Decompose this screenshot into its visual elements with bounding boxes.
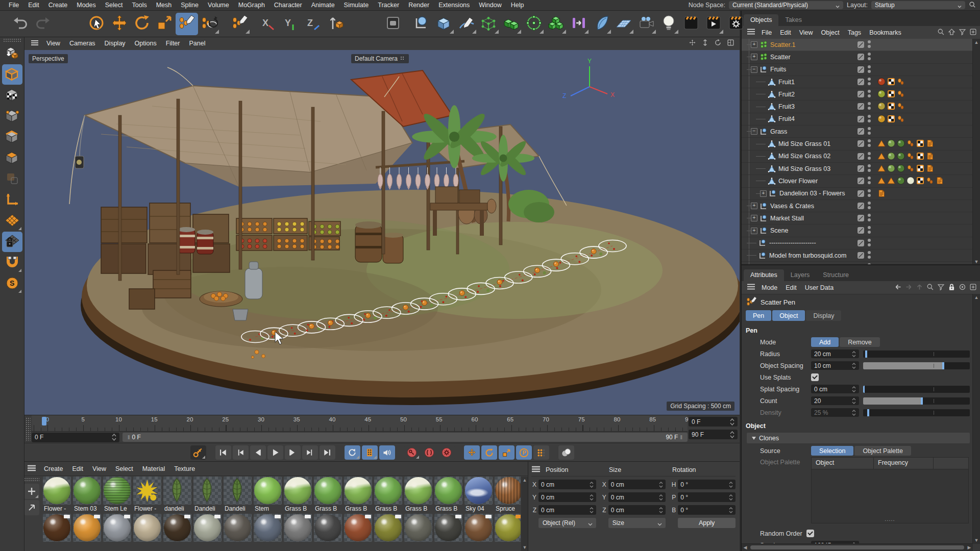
create-primitive[interactable] (433, 13, 455, 35)
material-item[interactable] (284, 514, 312, 542)
back-icon[interactable] (894, 283, 902, 292)
create-volume[interactable] (545, 13, 568, 35)
om-menu-object[interactable]: Object (817, 28, 844, 38)
spinner-icon[interactable] (852, 350, 856, 358)
layer-toggle-icon[interactable] (857, 227, 865, 236)
redo-button[interactable] (32, 13, 54, 35)
viewport-menu-panel[interactable]: Panel (184, 38, 210, 48)
layer-toggle-icon[interactable] (857, 165, 865, 174)
coord-value-field[interactable]: 0 cm (608, 480, 666, 489)
view-pan-icon[interactable] (689, 39, 696, 48)
param-value-field[interactable]: 20 (811, 396, 859, 405)
layer-toggle-icon[interactable] (857, 128, 865, 137)
spinner-icon[interactable] (590, 507, 594, 514)
material-menu-edit[interactable]: Edit (68, 464, 88, 474)
goto-end[interactable] (320, 445, 335, 460)
object-palette-table[interactable]: ObjectFrequency ..... (811, 457, 969, 523)
om-menu-tags[interactable]: Tags (844, 28, 865, 38)
phong-tag-icon[interactable] (897, 78, 905, 86)
expander-icon[interactable]: + (751, 228, 757, 234)
coord-mode-dropdown[interactable]: Size (608, 518, 666, 528)
record-keyframe[interactable] (404, 445, 420, 460)
material-item[interactable]: Dandeli (193, 477, 222, 512)
material-item[interactable]: Flower - (43, 477, 71, 512)
object-row-fruits[interactable]: −Fruits (742, 64, 980, 76)
spinner-icon[interactable] (659, 494, 663, 501)
attribute-horizontal-scrollbar[interactable]: ◀▶ (742, 543, 973, 551)
layer-toggle-icon[interactable] (857, 177, 865, 186)
sel-tag-icon[interactable] (877, 177, 886, 185)
spinner-icon[interactable] (729, 494, 733, 501)
phong-tag-icon[interactable] (906, 152, 915, 160)
visibility-dots[interactable] (868, 115, 871, 122)
object-row-scatter-1[interactable]: +Scatter.1 (742, 39, 980, 51)
tab-structure[interactable]: Structure (816, 269, 855, 281)
material-item[interactable]: Stem Le (103, 477, 131, 512)
menu-modes[interactable]: Modes (72, 0, 101, 10)
material-tag-icon[interactable] (897, 152, 905, 160)
visibility-dots[interactable] (868, 177, 871, 184)
range-grip-right[interactable]: ‖ (680, 434, 682, 440)
quantize-settings[interactable]: S (2, 273, 22, 294)
visibility-dots[interactable] (868, 127, 871, 135)
slider-handle[interactable] (867, 409, 869, 416)
coord-value-field[interactable]: 0 cm (538, 505, 596, 515)
object-row-mid-size-grass-01[interactable]: Mid Size Grass 01 (742, 138, 980, 150)
lock-workplane[interactable] (2, 232, 22, 252)
coord-value-field[interactable]: 0 ° (678, 492, 736, 502)
object-row-market-stall[interactable]: +Market Stall (742, 212, 980, 224)
material-item[interactable] (374, 514, 402, 542)
phong-tag-icon[interactable] (906, 139, 915, 147)
layer-toggle-icon[interactable] (857, 53, 865, 62)
layer-toggle-icon[interactable] (857, 78, 865, 87)
material-item[interactable] (193, 514, 222, 542)
key-rotation[interactable] (481, 445, 497, 460)
visibility-dots[interactable] (868, 226, 871, 234)
create-spline[interactable] (455, 13, 478, 35)
menu-help[interactable]: Help (506, 0, 529, 10)
clones-group-header[interactable]: Clones (747, 433, 970, 443)
search-icon[interactable] (926, 283, 934, 292)
object-row-vases-crates[interactable]: +Vases & Crates (742, 200, 980, 212)
home-icon[interactable] (948, 28, 955, 37)
menu-extensions[interactable]: Extensions (434, 0, 474, 10)
visibility-dots[interactable] (868, 164, 871, 172)
visibility-dots[interactable] (868, 102, 871, 110)
target-icon[interactable] (959, 283, 966, 292)
material-item[interactable] (404, 514, 432, 542)
material-item[interactable]: dandeli (163, 477, 191, 512)
note-tag-icon[interactable] (936, 177, 944, 185)
apply-button[interactable]: Apply (678, 518, 736, 528)
create-generator[interactable] (500, 13, 523, 35)
filter-icon[interactable] (959, 28, 966, 37)
layer-toggle-icon[interactable] (857, 190, 865, 199)
material-item[interactable] (73, 514, 101, 542)
current-frame-field[interactable]: 0 F (32, 433, 119, 442)
layer-toggle-icon[interactable] (857, 90, 865, 99)
om-menu-view[interactable]: View (795, 28, 817, 38)
camera-label[interactable]: Default Camera (351, 54, 409, 63)
filter-icon[interactable] (937, 283, 945, 292)
coord-value-field[interactable]: 0 cm (538, 492, 596, 502)
goto-next-key[interactable] (302, 445, 318, 460)
layout-search-icon[interactable] (969, 1, 976, 10)
layer-toggle-icon[interactable] (857, 202, 865, 211)
visibility-dots[interactable] (868, 152, 871, 160)
expander-icon[interactable]: − (751, 66, 757, 73)
range-grip-left[interactable]: ‖ (128, 434, 130, 440)
add-icon[interactable] (969, 283, 977, 292)
sidebar-grip[interactable] (3, 38, 21, 42)
snap-settings[interactable] (2, 253, 22, 273)
spinner-icon[interactable] (730, 418, 734, 426)
object-row-grass[interactable]: −Grass (742, 126, 980, 138)
uvw-tag-icon[interactable] (887, 90, 895, 98)
material-tag-icon[interactable] (887, 164, 895, 172)
expander-icon[interactable]: − (751, 128, 757, 135)
undo-button[interactable] (9, 13, 32, 35)
param-value-field[interactable]: 10 cm (811, 361, 859, 370)
slider-handle[interactable] (942, 362, 944, 369)
end-frame-field[interactable]: 90 F (689, 430, 738, 439)
menu-file[interactable]: File (4, 0, 23, 10)
render-picture-viewer-button[interactable] (702, 13, 725, 35)
om-menu-edit[interactable]: Edit (776, 28, 795, 38)
